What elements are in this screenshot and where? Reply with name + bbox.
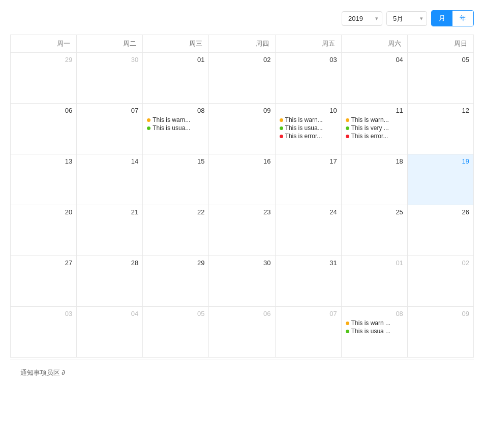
day-number: 24 (280, 208, 337, 216)
day-cell[interactable]: 29 (11, 53, 77, 104)
day-cell[interactable]: 06 (209, 307, 275, 358)
month-select[interactable]: 1月2月3月4月 5月6月7月8月 9月10月11月12月 (386, 11, 427, 26)
day-number: 18 (346, 157, 403, 165)
day-cell[interactable]: 08This is warn ...This is usua ... (342, 307, 408, 358)
day-cell[interactable]: 21 (77, 205, 143, 256)
day-number: 01 (346, 259, 403, 267)
day-cell[interactable]: 31 (276, 256, 342, 307)
day-number: 04 (346, 56, 403, 63)
event-item[interactable]: This is usua... (280, 124, 337, 132)
month-view-button[interactable]: 月 (432, 11, 452, 26)
day-number: 28 (81, 259, 138, 267)
event-item[interactable]: This is error... (280, 133, 337, 140)
day-cell[interactable]: 14 (77, 154, 143, 205)
day-cell[interactable]: 05 (143, 307, 209, 358)
week-row: 27282930310102 (11, 256, 474, 307)
week-row: 060708This is warn...This is usua...0910… (11, 104, 474, 154)
day-number: 26 (412, 208, 469, 216)
day-number: 02 (412, 259, 469, 267)
day-number: 29 (15, 56, 72, 63)
event-item[interactable]: This is error... (346, 133, 403, 140)
day-number: 05 (412, 56, 469, 63)
toolbar: 2018 2019 2020 1月2月3月4月 5月6月7月8月 9月10月11… (10, 10, 474, 26)
year-select-wrapper[interactable]: 2018 2019 2020 (342, 11, 382, 26)
day-cell[interactable]: 26 (408, 205, 474, 256)
day-number: 03 (280, 56, 337, 63)
day-cell[interactable]: 30 (209, 256, 275, 307)
day-cell[interactable]: 22 (143, 205, 209, 256)
day-cell[interactable]: 20 (11, 205, 77, 256)
day-number: 17 (280, 157, 337, 165)
day-cell[interactable]: 03 (11, 307, 77, 358)
day-cell[interactable]: 23 (209, 205, 275, 256)
week-row: 13141516171819 (11, 154, 474, 205)
event-text: This is error... (285, 133, 322, 140)
day-cell[interactable]: 13 (11, 154, 77, 205)
day-cell[interactable]: 02 (209, 53, 275, 104)
day-cell[interactable]: 06 (11, 104, 77, 154)
day-number: 07 (81, 107, 138, 114)
weekday-label: 周四 (209, 35, 275, 53)
year-view-button[interactable]: 年 (452, 11, 473, 26)
event-item[interactable]: This is warn ... (346, 319, 403, 327)
day-number: 06 (15, 107, 72, 114)
day-cell[interactable]: 04 (77, 307, 143, 358)
event-text: This is warn... (351, 116, 389, 123)
day-cell[interactable]: 15 (143, 154, 209, 205)
event-dot (280, 118, 283, 122)
weekday-label: 周日 (408, 35, 474, 53)
day-cell[interactable]: 04 (342, 53, 408, 104)
day-cell[interactable]: 09 (209, 104, 275, 154)
day-number: 22 (147, 208, 204, 216)
day-number: 02 (213, 56, 270, 63)
calendar-container: 2018 2019 2020 1月2月3月4月 5月6月7月8月 9月10月11… (0, 0, 484, 396)
day-cell[interactable]: 10This is warn...This is usua...This is … (276, 104, 342, 154)
day-number: 01 (147, 56, 204, 63)
event-dot (346, 135, 349, 138)
day-cell[interactable]: 03 (276, 53, 342, 104)
day-number: 19 (412, 157, 469, 165)
day-number: 30 (81, 56, 138, 63)
day-cell[interactable]: 01 (342, 256, 408, 307)
day-cell[interactable]: 27 (11, 256, 77, 307)
day-cell[interactable]: 08This is warn...This is usua... (143, 104, 209, 154)
day-cell[interactable]: 25 (342, 205, 408, 256)
day-cell[interactable]: 12 (408, 104, 474, 154)
day-number: 08 (147, 107, 204, 114)
day-cell[interactable]: 29 (143, 256, 209, 307)
event-dot (280, 135, 283, 138)
day-cell[interactable]: 16 (209, 154, 275, 205)
day-cell[interactable]: 09 (408, 307, 474, 358)
year-select[interactable]: 2018 2019 2020 (342, 11, 382, 26)
event-item[interactable]: This is usua... (147, 124, 204, 132)
day-cell[interactable]: 24 (276, 205, 342, 256)
day-cell[interactable]: 07 (276, 307, 342, 358)
day-cell[interactable]: 18 (342, 154, 408, 205)
week-row: 030405060708This is warn ...This is usua… (11, 307, 474, 358)
event-text: This is usua... (285, 124, 323, 132)
event-item[interactable]: This is usua ... (346, 328, 403, 335)
day-cell[interactable]: 07 (77, 104, 143, 154)
event-text: This is warn... (153, 116, 190, 123)
event-item[interactable]: This is very ... (346, 124, 403, 132)
day-cell[interactable]: 17 (276, 154, 342, 205)
view-toggle: 月 年 (431, 10, 474, 26)
day-cell[interactable]: 05 (408, 53, 474, 104)
event-item[interactable]: This is warn... (280, 116, 337, 123)
day-number: 21 (81, 208, 138, 216)
day-cell[interactable]: 11This is warn...This is very ...This is… (342, 104, 408, 154)
day-cell[interactable]: 01 (143, 53, 209, 104)
event-dot (346, 322, 349, 325)
day-cell[interactable]: 19 (408, 154, 474, 205)
day-cell[interactable]: 28 (77, 256, 143, 307)
event-item[interactable]: This is warn... (147, 116, 204, 123)
week-row: 29300102030405 (11, 53, 474, 104)
day-cell[interactable]: 30 (77, 53, 143, 104)
event-item[interactable]: This is warn... (346, 116, 403, 123)
day-number: 07 (280, 310, 337, 317)
day-cell[interactable]: 02 (408, 256, 474, 307)
weeks-container: 29300102030405060708This is warn...This … (11, 53, 474, 358)
day-number: 06 (213, 310, 270, 317)
month-select-wrapper[interactable]: 1月2月3月4月 5月6月7月8月 9月10月11月12月 (386, 11, 427, 26)
day-number: 09 (213, 107, 270, 114)
